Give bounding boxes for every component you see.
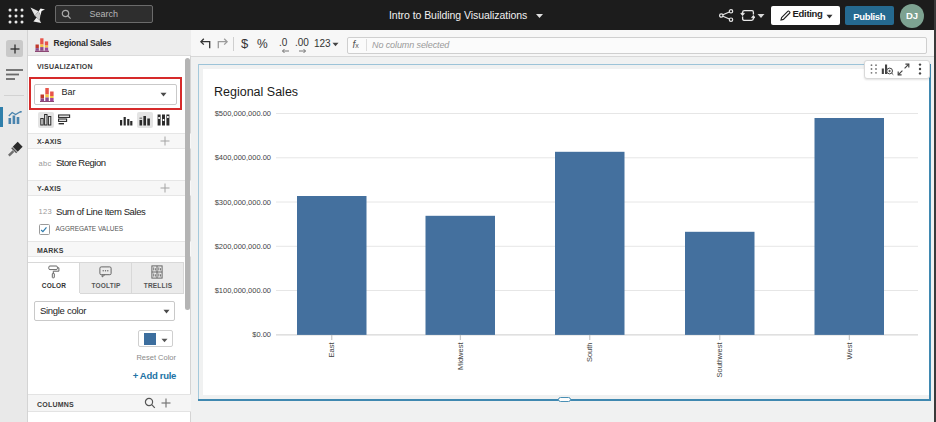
svg-text:$200,000,000.00: $200,000,000.00 [215,241,271,250]
svg-text:West: West [845,341,854,359]
svg-text:$500,000,000.00: $500,000,000.00 [215,109,271,118]
svg-text:$400,000,000.00: $400,000,000.00 [215,153,271,162]
svg-text:$100,000,000.00: $100,000,000.00 [215,286,271,295]
svg-text:South: South [585,342,594,362]
svg-text:East: East [327,341,336,357]
svg-text:$0.00: $0.00 [252,330,271,339]
svg-text:$300,000,000.00: $300,000,000.00 [215,197,271,206]
svg-text:Midwest: Midwest [456,341,465,369]
svg-text:Southwest: Southwest [715,341,724,377]
svg-text:Regional Sales: Regional Sales [214,85,298,99]
